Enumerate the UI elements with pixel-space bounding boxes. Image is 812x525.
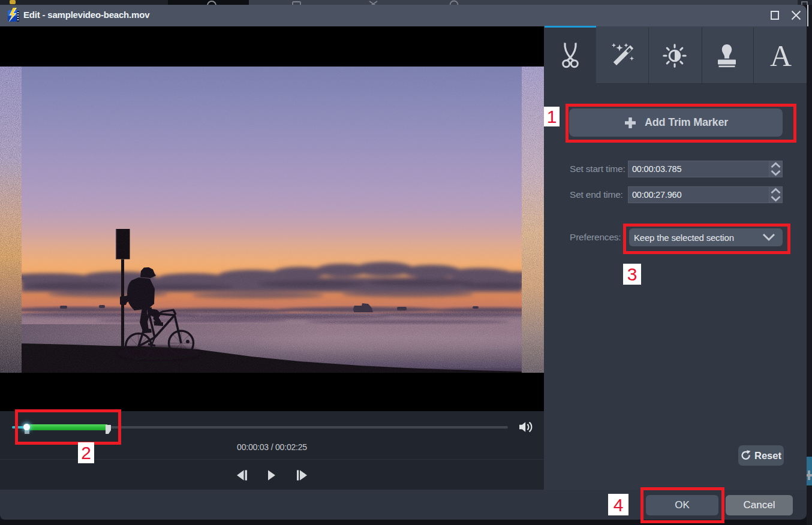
svg-text:A: A (770, 42, 792, 70)
